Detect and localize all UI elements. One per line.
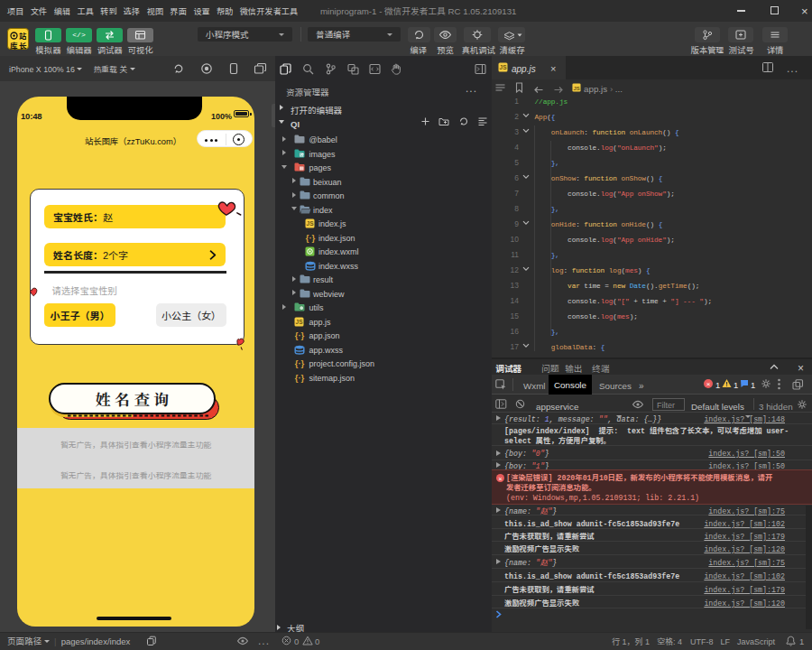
svg-text:{·}: {·} xyxy=(295,373,305,383)
svg-text:JS: JS xyxy=(500,64,508,70)
svg-text:JS: JS xyxy=(307,220,315,227)
svg-text:{·}: {·} xyxy=(295,358,305,368)
svg-text:{·}: {·} xyxy=(295,330,305,340)
svg-text:JS: JS xyxy=(573,86,579,91)
svg-text:JS: JS xyxy=(296,319,304,325)
svg-text:{·}: {·} xyxy=(306,233,316,243)
